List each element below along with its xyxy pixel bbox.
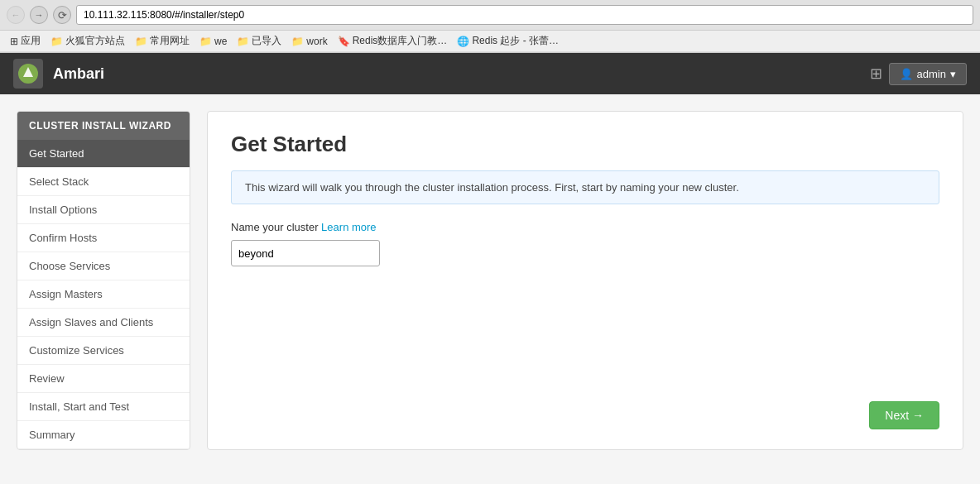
app-logo xyxy=(13,59,43,89)
main-content: CLUSTER INSTALL WIZARD Get Started Selec… xyxy=(0,94,980,467)
url-bar[interactable] xyxy=(76,5,973,25)
folder-icon-3: 📁 xyxy=(199,36,212,47)
bookmark-firefox[interactable]: 📁 火狐官方站点 xyxy=(47,33,128,49)
browser-chrome: ← → ⟳ ⊞ 应用 📁 火狐官方站点 📁 常用网址 📁 we 📁 已导入 📁 … xyxy=(0,0,980,53)
folder-icon-2: 📁 xyxy=(135,36,147,47)
caret-down-icon: ▾ xyxy=(950,68,956,80)
wizard-step-customize-services[interactable]: Customize Services xyxy=(17,337,190,365)
bookmark-redis1[interactable]: 🔖 Redis数据库入门教… xyxy=(334,33,451,49)
folder-icon: 📁 xyxy=(50,36,63,47)
grid-icon: ⊞ xyxy=(10,36,18,47)
wizard-sidebar-title: CLUSTER INSTALL WIZARD xyxy=(17,112,190,140)
user-icon: 👤 xyxy=(900,68,913,80)
wizard-step-assign-masters[interactable]: Assign Masters xyxy=(17,280,190,309)
navbar-left: Ambari xyxy=(13,59,104,89)
bookmarks-bar: ⊞ 应用 📁 火狐官方站点 📁 常用网址 📁 we 📁 已导入 📁 work 🔖… xyxy=(0,31,980,52)
wizard-step-select-stack[interactable]: Select Stack xyxy=(17,168,190,196)
wizard-step-install-start-test[interactable]: Install, Start and Test xyxy=(17,393,190,421)
bookmark-we[interactable]: 📁 we xyxy=(196,35,230,48)
next-button[interactable]: Next → xyxy=(869,401,939,429)
wizard-step-get-started[interactable]: Get Started xyxy=(17,140,190,168)
cluster-name-label: Name your cluster Learn more xyxy=(231,221,939,233)
bookmark-work[interactable]: 📁 work xyxy=(288,35,330,48)
navbar-right: ⊞ 👤 admin ▾ xyxy=(870,63,967,85)
browser-toolbar: ← → ⟳ xyxy=(0,0,980,31)
bookmark-apps[interactable]: ⊞ 应用 xyxy=(7,33,44,49)
learn-more-link[interactable]: Learn more xyxy=(321,221,376,233)
bookmark-imported[interactable]: 📁 已导入 xyxy=(233,33,285,49)
wizard-sidebar: CLUSTER INSTALL WIZARD Get Started Selec… xyxy=(17,111,190,450)
redis-icon: 🔖 xyxy=(338,36,350,47)
grid-apps-icon[interactable]: ⊞ xyxy=(870,65,882,83)
link-icon: 🌐 xyxy=(457,36,469,47)
admin-dropdown-button[interactable]: 👤 admin ▾ xyxy=(889,63,967,85)
back-button[interactable]: ← xyxy=(7,6,25,24)
app-navbar: Ambari ⊞ 👤 admin ▾ xyxy=(0,53,980,94)
panel-title: Get Started xyxy=(231,132,939,157)
wizard-step-review[interactable]: Review xyxy=(17,365,190,393)
wizard-step-install-options[interactable]: Install Options xyxy=(17,196,190,224)
wizard-step-choose-services[interactable]: Choose Services xyxy=(17,252,190,280)
folder-icon-4: 📁 xyxy=(237,36,249,47)
info-box: This wizard will walk you through the cl… xyxy=(231,170,939,204)
wizard-step-confirm-hosts[interactable]: Confirm Hosts xyxy=(17,224,190,252)
main-panel: Get Started This wizard will walk you th… xyxy=(207,111,963,450)
reload-button[interactable]: ⟳ xyxy=(53,6,71,24)
folder-icon-5: 📁 xyxy=(291,36,304,47)
bookmark-common[interactable]: 📁 常用网址 xyxy=(132,33,193,49)
cluster-name-input[interactable] xyxy=(231,240,380,266)
app-title: Ambari xyxy=(53,65,104,83)
wizard-step-summary[interactable]: Summary xyxy=(17,421,190,449)
forward-button[interactable]: → xyxy=(30,6,48,24)
bookmark-redis2[interactable]: 🌐 Redis 起步 - 张蕾… xyxy=(454,33,562,49)
wizard-step-assign-slaves[interactable]: Assign Slaves and Clients xyxy=(17,309,190,337)
